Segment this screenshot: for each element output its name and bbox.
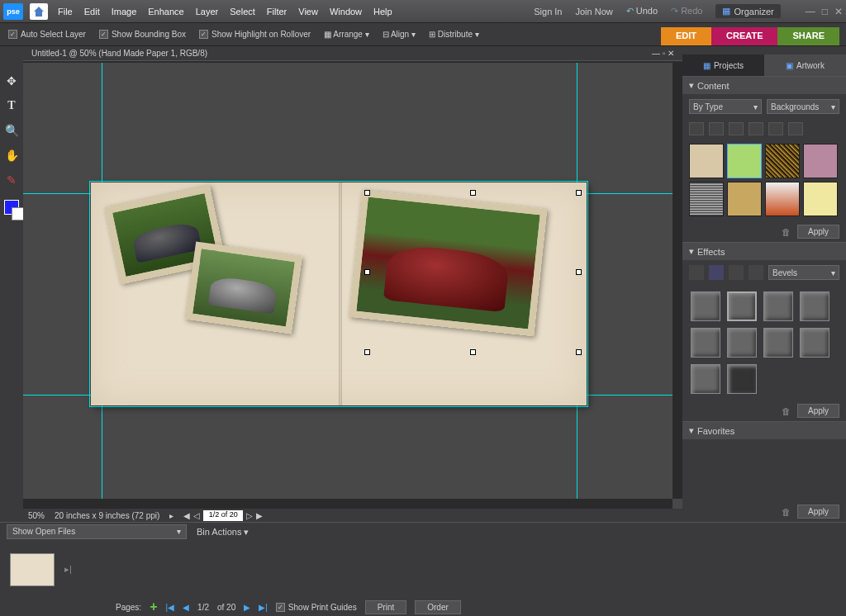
background-thumb[interactable]	[803, 144, 838, 178]
page-prev-icon[interactable]: ◁	[193, 511, 200, 520]
background-thumb[interactable]	[765, 182, 800, 216]
bevel-thumb[interactable]	[800, 291, 829, 321]
page-next-icon[interactable]: ▷	[246, 511, 253, 520]
type-tool-icon[interactable]: T	[3, 97, 20, 114]
move-tool-icon[interactable]: ✥	[3, 73, 20, 89]
menu-view[interactable]: View	[298, 7, 318, 17]
menu-filter[interactable]: Filter	[267, 7, 287, 17]
hand-tool-icon[interactable]: ✋	[3, 147, 20, 163]
effect-cat-1[interactable]	[689, 265, 704, 280]
photo-2[interactable]	[185, 241, 302, 334]
tab-projects[interactable]: ▦Projects	[682, 54, 764, 76]
bevel-thumb[interactable]	[727, 364, 757, 394]
bin-filter-dropdown[interactable]: Show Open Files▾	[7, 524, 187, 539]
filter-icon-5[interactable]	[768, 122, 783, 135]
home-icon[interactable]	[30, 3, 48, 20]
canvas-viewport[interactable]	[23, 63, 682, 509]
menu-help[interactable]: Help	[373, 7, 392, 17]
effect-cat-2[interactable]	[709, 265, 724, 280]
page-last-icon[interactable]: ▶|	[259, 603, 268, 612]
zoom-level[interactable]: 50%	[28, 511, 45, 520]
background-thumb[interactable]	[689, 144, 724, 178]
eyedropper-tool-icon[interactable]: ✎	[3, 172, 20, 188]
tab-create[interactable]: CREATE	[711, 27, 777, 45]
trash-icon[interactable]: 🗑	[782, 406, 791, 416]
menu-file[interactable]: File	[58, 7, 73, 17]
bevel-thumb[interactable]	[691, 364, 720, 394]
content-filter-category[interactable]: Backgrounds▾	[767, 99, 839, 114]
handle-sw[interactable]	[364, 349, 370, 355]
bevel-thumb[interactable]	[800, 328, 829, 358]
favorites-panel-header[interactable]: ▾ Favorites	[682, 421, 846, 439]
bevel-thumb[interactable]	[763, 291, 793, 321]
undo-button[interactable]: ↶ Undo	[626, 6, 658, 17]
page-last-icon[interactable]: ▶	[256, 511, 263, 520]
background-thumb[interactable]	[803, 182, 838, 216]
handle-n[interactable]	[470, 190, 476, 196]
signin-link[interactable]: Sign In	[534, 7, 562, 17]
highlight-checkbox[interactable]: ✓Show Highlight on Rollover	[199, 30, 311, 39]
organizer-button[interactable]: ▦Organizer	[715, 4, 780, 18]
maximize-icon[interactable]: □	[822, 6, 828, 17]
handle-se[interactable]	[576, 349, 582, 355]
align-dropdown[interactable]: ⊟ Align ▾	[383, 30, 416, 39]
arrange-dropdown[interactable]: ▦ Arrange ▾	[324, 30, 369, 39]
background-thumb[interactable]	[765, 144, 800, 178]
trash-icon[interactable]: 🗑	[782, 227, 791, 237]
bevel-thumb[interactable]	[763, 328, 793, 358]
effect-cat-4[interactable]	[749, 265, 763, 280]
effects-panel-header[interactable]: ▾ Effects	[682, 242, 846, 260]
page-input[interactable]: 1/2 of 20	[203, 510, 243, 521]
bin-page-thumb[interactable]	[10, 553, 55, 586]
effect-cat-3[interactable]	[729, 265, 744, 280]
filter-icon-1[interactable]	[689, 122, 704, 135]
bevel-thumb[interactable]	[691, 328, 720, 358]
bin-next-icon[interactable]: ▸|	[64, 564, 72, 575]
menu-select[interactable]: Select	[230, 7, 255, 17]
effects-filter[interactable]: Bevels▾	[768, 265, 839, 280]
joinnow-link[interactable]: Join Now	[575, 7, 612, 17]
handle-nw[interactable]	[364, 190, 370, 196]
background-thumb[interactable]	[727, 182, 762, 216]
trash-icon[interactable]: 🗑	[782, 507, 791, 517]
menu-image[interactable]: Image	[112, 7, 137, 17]
filter-icon-2[interactable]	[709, 122, 724, 135]
doc-minimize-icon[interactable]: —	[652, 49, 660, 58]
redo-button[interactable]: ↷ Redo	[671, 6, 702, 17]
content-filter-type[interactable]: By Type▾	[689, 99, 762, 114]
close-icon[interactable]: ✕	[834, 6, 843, 17]
bevel-thumb[interactable]	[727, 328, 757, 358]
zoom-tool-icon[interactable]: 🔍	[3, 122, 20, 139]
add-page-icon[interactable]: +	[150, 599, 157, 614]
menu-edit[interactable]: Edit	[84, 7, 100, 17]
effects-apply-button[interactable]: Apply	[797, 404, 839, 418]
vertical-scrollbar[interactable]	[673, 63, 682, 499]
bevel-thumb-selected[interactable]	[727, 291, 757, 321]
content-panel-header[interactable]: ▾ Content	[682, 76, 846, 94]
tab-edit[interactable]: EDIT	[661, 27, 711, 45]
order-button[interactable]: Order	[415, 600, 461, 614]
doc-close-icon[interactable]: ✕	[668, 49, 674, 58]
distribute-dropdown[interactable]: ⊞ Distribute ▾	[429, 30, 479, 39]
handle-w[interactable]	[364, 269, 370, 275]
auto-select-checkbox[interactable]: ✓Auto Select Layer	[8, 30, 86, 39]
foreground-color-swatch[interactable]	[4, 200, 19, 215]
page-prev-icon[interactable]: ◀	[183, 603, 189, 612]
tab-share[interactable]: SHARE	[777, 27, 839, 45]
bevel-thumb[interactable]	[691, 291, 720, 321]
content-apply-button[interactable]: Apply	[797, 225, 839, 239]
menu-window[interactable]: Window	[330, 7, 362, 17]
handle-ne[interactable]	[576, 190, 582, 196]
print-button[interactable]: Print	[365, 600, 407, 614]
handle-s[interactable]	[470, 349, 476, 355]
doc-restore-icon[interactable]: ▫	[663, 49, 666, 58]
menu-enhance[interactable]: Enhance	[148, 7, 183, 17]
favorites-apply-button[interactable]: Apply	[797, 505, 839, 519]
tab-artwork[interactable]: ▣Artwork	[764, 54, 846, 76]
minimize-icon[interactable]: —	[806, 6, 815, 17]
menu-layer[interactable]: Layer	[196, 7, 219, 17]
page-first-icon[interactable]: |◀	[165, 603, 174, 612]
transform-bounding-box[interactable]	[368, 193, 578, 352]
bin-actions-dropdown[interactable]: Bin Actions ▾	[197, 527, 249, 538]
print-guides-checkbox[interactable]: ✓Show Print Guides	[276, 603, 357, 612]
